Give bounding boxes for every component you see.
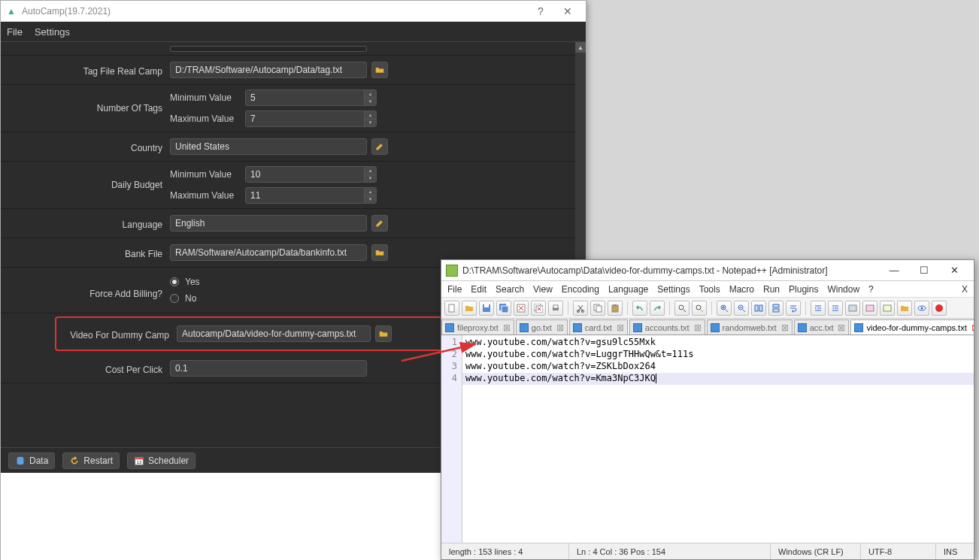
browse-video-button[interactable] <box>375 325 392 342</box>
toolbar-icon[interactable] <box>845 301 860 316</box>
autocamp-titlebar[interactable]: ▲ AutoCamp(19.7.2021) ? ✕ <box>1 1 586 22</box>
numtags-max-input[interactable]: 7▲▼ <box>245 110 377 127</box>
find-icon[interactable] <box>674 301 690 316</box>
edit-language-button[interactable] <box>371 215 388 232</box>
save-icon[interactable] <box>479 301 494 316</box>
undo-icon[interactable] <box>632 301 647 316</box>
country-input[interactable]: United States <box>170 138 367 155</box>
menu-file[interactable]: File <box>7 26 23 38</box>
np-editor[interactable]: 1 2 3 4 www.youtube.com/watch?v=gsu9lc55… <box>441 335 974 543</box>
video-input[interactable]: Autocamp/Data/video-for-dummy-camps.txt <box>177 325 371 342</box>
restart-button[interactable]: Restart <box>62 453 120 469</box>
redo-icon[interactable] <box>650 301 665 316</box>
code-line[interactable]: www.youtube.com/watch?v=LuggrTHHwQw&t=11… <box>462 349 974 361</box>
menu-view[interactable]: View <box>533 284 553 295</box>
tab-close-icon[interactable]: ⊠ <box>838 322 845 333</box>
cpc-input[interactable]: 0.1 <box>170 360 367 377</box>
menu-file[interactable]: File <box>447 284 462 295</box>
menu-encoding[interactable]: Encoding <box>562 284 599 295</box>
svg-point-0 <box>17 456 24 459</box>
minimize-button[interactable]: — <box>879 262 909 280</box>
close-button[interactable]: ✕ <box>554 2 581 20</box>
tab-video-dummy[interactable]: video-for-dummy-camps.txt⊠ <box>850 319 974 335</box>
tab-close-icon[interactable]: ⊠ <box>694 322 702 333</box>
indent-icon[interactable] <box>811 301 826 316</box>
menu-window[interactable]: Window <box>827 284 859 295</box>
menu-plugins[interactable]: Plugins <box>789 284 818 295</box>
scheduler-button[interactable]: 12Scheduler <box>127 453 195 469</box>
cut-icon[interactable] <box>573 301 588 316</box>
help-button[interactable]: ? <box>527 2 554 20</box>
toolbar-icon[interactable] <box>862 301 877 316</box>
line-number: 1 <box>441 337 462 349</box>
folder-icon[interactable] <box>897 301 912 316</box>
edit-country-button[interactable] <box>371 138 388 155</box>
zoom-out-icon[interactable] <box>734 301 749 316</box>
chevron-up-icon[interactable]: ▲ <box>365 188 376 196</box>
tab-card[interactable]: card.txt⊠ <box>569 319 628 334</box>
copy-icon[interactable] <box>590 301 605 316</box>
chevron-down-icon[interactable]: ▼ <box>365 98 376 106</box>
sync-h-icon[interactable] <box>768 301 784 316</box>
chevron-down-icon[interactable]: ▼ <box>365 120 376 127</box>
chevron-up-icon[interactable]: ▲ <box>365 90 376 98</box>
print-icon[interactable] <box>548 301 563 316</box>
menu-language[interactable]: Language <box>608 284 648 295</box>
menu-run[interactable]: Run <box>763 284 780 295</box>
menu-close-x[interactable]: X <box>962 284 968 295</box>
tab-randomweb[interactable]: randomweb.txt⊠ <box>707 319 793 334</box>
tab-close-icon[interactable]: ⊠ <box>503 322 511 333</box>
open-file-icon[interactable] <box>462 301 477 316</box>
tab-close-icon[interactable]: ⊠ <box>617 322 624 333</box>
chevron-down-icon[interactable]: ▼ <box>365 175 376 183</box>
code-line[interactable]: www.youtube.com/watch?v=gsu9lc55Mxk <box>462 337 974 349</box>
outdent-icon[interactable] <box>828 301 843 316</box>
numtags-max-label: Maximum Value <box>170 114 241 124</box>
numtags-min-input[interactable]: 5▲▼ <box>245 89 377 106</box>
bank-input[interactable]: RAM/Software/Autocamp/Data/bankinfo.txt <box>170 244 367 261</box>
menu-search[interactable]: Search <box>496 284 524 295</box>
tab-close-icon[interactable]: ⊠ <box>781 322 789 333</box>
replace-icon[interactable] <box>692 301 707 316</box>
code-area[interactable]: www.youtube.com/watch?v=gsu9lc55Mxk www.… <box>462 335 974 543</box>
data-button[interactable]: Data <box>8 453 55 469</box>
budget-max-input[interactable]: 11▲▼ <box>245 187 377 204</box>
sync-v-icon[interactable] <box>751 301 766 316</box>
code-line[interactable]: www.youtube.com/watch?v=Kma3NpC3JKQ <box>462 373 974 385</box>
menu-edit[interactable]: Edit <box>471 284 486 295</box>
menu-macro[interactable]: Macro <box>729 284 754 295</box>
close-all-icon[interactable] <box>531 301 546 316</box>
menu-settings[interactable]: Settings <box>657 284 690 295</box>
np-titlebar[interactable]: D:\TRAM\Software\Autocamp\Data\video-for… <box>441 260 974 281</box>
tagfile-input[interactable]: D:/TRAM/Software/Autocamp/Data/tag.txt <box>170 62 367 78</box>
maximize-button[interactable]: ☐ <box>909 262 939 280</box>
record-macro-icon[interactable] <box>932 301 947 316</box>
zoom-in-icon[interactable] <box>717 301 732 316</box>
budget-min-input[interactable]: 10▲▼ <box>245 166 377 183</box>
new-file-icon[interactable] <box>444 301 459 316</box>
menu-help[interactable]: ? <box>868 284 874 295</box>
close-button[interactable]: ✕ <box>939 262 969 280</box>
menu-settings[interactable]: Settings <box>35 26 70 38</box>
tab-fileproxy[interactable]: fileproxy.txt⊠ <box>441 319 514 334</box>
chevron-down-icon[interactable]: ▼ <box>365 196 376 204</box>
scroll-up-icon[interactable]: ▲ <box>575 42 586 53</box>
save-all-icon[interactable] <box>496 301 511 316</box>
close-file-icon[interactable] <box>514 301 529 316</box>
chevron-up-icon[interactable]: ▲ <box>365 167 376 175</box>
tab-accounts[interactable]: accounts.txt⊠ <box>629 319 705 334</box>
tab-acc[interactable]: acc.txt⊠ <box>794 319 850 334</box>
toolbar-icon[interactable] <box>880 301 895 316</box>
tab-close-icon[interactable]: ⊠ <box>971 322 974 333</box>
wrap-icon[interactable] <box>786 301 801 316</box>
language-input[interactable]: English <box>170 215 367 232</box>
monitor-icon[interactable] <box>914 301 929 316</box>
tab-go[interactable]: go.txt⊠ <box>516 319 568 334</box>
chevron-up-icon[interactable]: ▲ <box>365 111 376 120</box>
browse-tagfile-button[interactable] <box>371 62 388 78</box>
browse-bank-button[interactable] <box>371 244 388 261</box>
menu-tools[interactable]: Tools <box>699 284 720 295</box>
code-line[interactable]: www.youtube.com/watch?v=ZSKLbDox264 <box>462 361 974 373</box>
paste-icon[interactable] <box>608 301 623 316</box>
tab-close-icon[interactable]: ⊠ <box>556 322 564 333</box>
